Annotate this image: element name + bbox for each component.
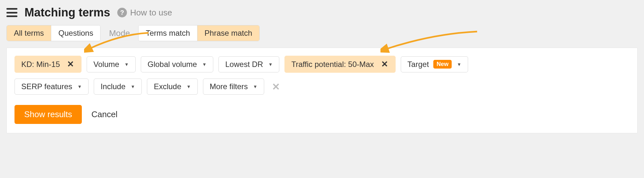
filter-serp-features-label: SERP features [21, 82, 72, 91]
chevron-down-icon: ▼ [187, 84, 191, 89]
filters-panel: KD: Min-15 ✕ Volume ▼ Global volume ▼ Lo… [6, 48, 638, 133]
page-title: Matching terms [24, 6, 110, 19]
filter-target-label: Target [408, 60, 429, 69]
filter-more-filters[interactable]: More filters ▼ [203, 79, 264, 95]
filter-row-1: KD: Min-15 ✕ Volume ▼ Global volume ▼ Lo… [14, 56, 630, 73]
filter-target[interactable]: Target New ▼ [401, 56, 468, 72]
filter-global-volume-label: Global volume [148, 60, 197, 69]
tab-all-terms[interactable]: All terms [7, 25, 51, 41]
chevron-down-icon: ▼ [124, 62, 129, 67]
filter-kd[interactable]: KD: Min-15 ✕ [14, 56, 82, 73]
help-icon: ? [117, 8, 127, 17]
chevron-down-icon: ▼ [457, 62, 461, 67]
chevron-down-icon: ▼ [268, 62, 273, 67]
filter-volume[interactable]: Volume ▼ [87, 56, 136, 72]
how-to-use-link[interactable]: ? How to use [117, 8, 172, 18]
close-icon[interactable]: ✕ [380, 59, 389, 69]
filter-include-label: Include [101, 82, 125, 91]
filter-row-2: SERP features ▼ Include ▼ Exclude ▼ More… [14, 79, 630, 95]
chevron-down-icon: ▼ [202, 62, 207, 67]
filter-more-filters-label: More filters [210, 82, 248, 91]
filter-traffic-potential[interactable]: Traffic potential: 50-Max ✕ [284, 56, 395, 73]
filter-serp-features[interactable]: SERP features ▼ [14, 79, 89, 95]
filter-include[interactable]: Include ▼ [94, 79, 142, 95]
show-results-button[interactable]: Show results [14, 105, 82, 124]
filter-global-volume[interactable]: Global volume ▼ [141, 56, 213, 72]
clear-filters-icon[interactable]: ✕ [269, 81, 283, 92]
new-badge: New [433, 60, 452, 69]
tab-questions[interactable]: Questions [51, 25, 100, 41]
actions-row: Show results Cancel [14, 105, 630, 124]
filter-exclude-label: Exclude [154, 82, 181, 91]
cancel-button[interactable]: Cancel [91, 109, 118, 119]
close-icon[interactable]: ✕ [66, 59, 75, 69]
chevron-down-icon: ▼ [253, 84, 257, 89]
tab-phrase-match[interactable]: Phrase match [197, 25, 259, 41]
filter-lowest-dr-label: Lowest DR [225, 60, 263, 69]
menu-icon[interactable] [6, 8, 17, 17]
type-toggle-group: All terms Questions [6, 25, 101, 41]
filter-exclude[interactable]: Exclude ▼ [147, 79, 197, 95]
chevron-down-icon: ▼ [131, 84, 135, 89]
tab-terms-match[interactable]: Terms match [139, 25, 197, 41]
filter-kd-label: KD: Min-15 [21, 60, 60, 69]
chevron-down-icon: ▼ [77, 84, 82, 89]
filter-traffic-potential-label: Traffic potential: 50-Max [291, 60, 374, 69]
mode-toggle-group: Terms match Phrase match [138, 25, 259, 41]
filter-volume-label: Volume [93, 60, 119, 69]
mode-label: Mode [108, 28, 131, 38]
help-label: How to use [130, 8, 172, 18]
filter-lowest-dr[interactable]: Lowest DR ▼ [218, 56, 279, 72]
